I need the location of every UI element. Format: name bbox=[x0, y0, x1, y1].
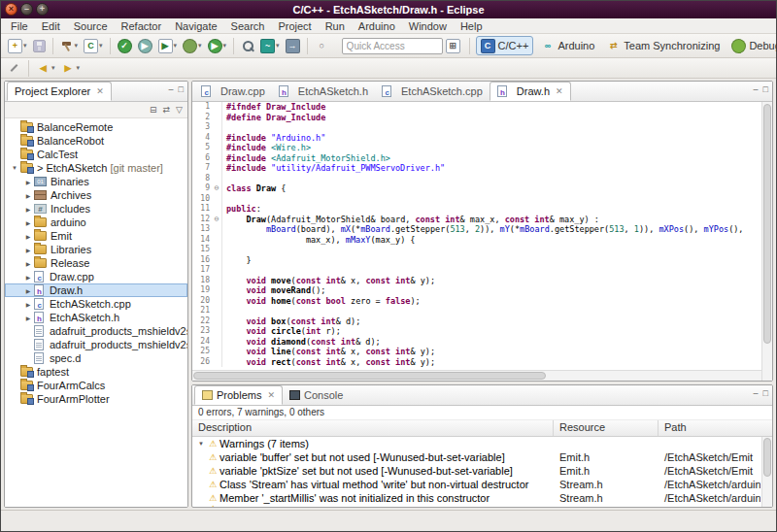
menu-window[interactable]: Window bbox=[402, 20, 454, 32]
problems-group-warnings[interactable]: ▼⚠Warnings (7 items) bbox=[192, 437, 760, 450]
back-button[interactable]: ◀▾ bbox=[34, 58, 57, 78]
minimize-problems-icon[interactable]: – bbox=[754, 389, 759, 398]
tree-item-fourarmplotter[interactable]: FourArmPlotter bbox=[5, 392, 187, 406]
save-button[interactable] bbox=[31, 36, 48, 55]
tree-item-fourarmcalcs[interactable]: FourArmCalcs bbox=[5, 379, 187, 392]
open-element-button[interactable]: ○ bbox=[313, 36, 331, 55]
perspective-team-synchronizing[interactable]: ⇄Team Synchronizing bbox=[601, 36, 725, 55]
column-header-description[interactable]: Description bbox=[192, 420, 554, 436]
collapse-all-icon[interactable]: ⊟ bbox=[150, 106, 157, 115]
maximize-problems-icon[interactable]: □ bbox=[763, 389, 768, 398]
fold-marker-icon[interactable]: ⊖ bbox=[212, 183, 222, 194]
tab-console[interactable]: Console bbox=[283, 385, 350, 405]
tree-item-calctest[interactable]: CalcTest bbox=[5, 148, 187, 161]
menu-run[interactable]: Run bbox=[319, 20, 352, 32]
problem-row[interactable]: ⚠variable 'pktSize' set but not used [-W… bbox=[192, 464, 760, 478]
resume-button[interactable]: ▶ bbox=[136, 36, 154, 55]
problems-vertical-scrollbar[interactable] bbox=[761, 437, 772, 507]
menu-project[interactable]: Project bbox=[271, 20, 318, 32]
tree-item-balancerobot[interactable]: BalanceRobot bbox=[5, 134, 187, 148]
back-dropdown-icon[interactable]: ▾ bbox=[51, 64, 55, 72]
minimize-window-button[interactable]: – bbox=[20, 3, 33, 16]
menu-arduino[interactable]: Arduino bbox=[352, 20, 402, 32]
editor-vertical-scrollbar[interactable] bbox=[761, 102, 772, 381]
quick-access-input[interactable] bbox=[342, 38, 443, 54]
menu-refactor[interactable]: Refactor bbox=[115, 20, 169, 32]
serial-plotter-button[interactable]: ~▾ bbox=[258, 36, 282, 55]
serial-plotter-dropdown-icon[interactable]: ▾ bbox=[276, 42, 280, 50]
problem-row[interactable]: ⚠Member '_startMillis' was not initializ… bbox=[192, 491, 760, 505]
maximize-editor-icon[interactable]: □ bbox=[763, 85, 768, 94]
column-header-resource[interactable]: Resource bbox=[554, 420, 659, 436]
tab-problems[interactable]: Problems✕ bbox=[194, 385, 283, 405]
expanded-arrow-icon[interactable]: ▼ bbox=[196, 441, 206, 447]
new-button[interactable]: +▾ bbox=[6, 36, 29, 55]
close-tab-icon[interactable]: ✕ bbox=[556, 86, 563, 96]
new-dropdown-icon[interactable]: ▾ bbox=[23, 42, 27, 50]
run-dropdown-icon[interactable]: ▾ bbox=[223, 42, 227, 50]
editor-tab-draw-cpp[interactable]: Draw.cpp bbox=[194, 82, 272, 101]
tree-item-adafruit-products-mshieldv2schem-p[interactable]: adafruit_products_mshieldv2schem.p bbox=[5, 324, 187, 338]
open-perspective-button[interactable]: ⊞ bbox=[444, 36, 462, 55]
fold-marker-icon[interactable]: ⊖ bbox=[212, 215, 222, 225]
menu-navigate[interactable]: Navigate bbox=[168, 20, 223, 32]
tab-project-explorer[interactable]: Project Explorer ✕ bbox=[7, 82, 112, 101]
collapsed-arrow-icon[interactable]: ▶ bbox=[22, 179, 34, 185]
last-edit-location-button[interactable] bbox=[6, 58, 23, 78]
vscrollbar-thumb[interactable] bbox=[763, 104, 771, 344]
collapsed-arrow-icon[interactable]: ▶ bbox=[22, 192, 34, 199]
collapsed-arrow-icon[interactable]: ▶ bbox=[22, 287, 34, 294]
external-tools-button[interactable]: ▶▾ bbox=[156, 36, 180, 55]
problem-row[interactable]: ⚠Class 'Stream' has virtual method 'writ… bbox=[192, 478, 760, 491]
close-project-explorer-icon[interactable]: ✕ bbox=[96, 86, 104, 96]
tree-item-arduino[interactable]: ▶arduino bbox=[5, 216, 187, 229]
editor-tab-draw-h[interactable]: Draw.h✕ bbox=[490, 82, 571, 101]
tree-item-adafruit-products-mshieldv2schem-x[interactable]: adafruit_products_mshieldv2schem.x bbox=[5, 338, 187, 351]
collapsed-arrow-icon[interactable]: ▶ bbox=[22, 274, 34, 281]
collapsed-arrow-icon[interactable]: ▶ bbox=[22, 315, 34, 321]
menu-file[interactable]: File bbox=[4, 20, 35, 32]
collapsed-arrow-icon[interactable]: ▶ bbox=[22, 206, 34, 213]
tree-item-archives[interactable]: ▶Archives bbox=[5, 188, 187, 202]
verify-button[interactable]: ✓ bbox=[116, 36, 134, 55]
tree-item-etchasketch-h[interactable]: ▶EtchASketch.h bbox=[5, 311, 187, 324]
tree-item-binaries[interactable]: ▶Binaries bbox=[5, 175, 187, 188]
problem-row[interactable]: ⚠ bbox=[192, 505, 760, 507]
search-button[interactable] bbox=[239, 36, 256, 55]
tree-item-spec-d[interactable]: spec.d bbox=[5, 351, 187, 365]
problem-row[interactable]: ⚠variable 'buffer' set but not used [-Wu… bbox=[192, 450, 760, 464]
forward-button[interactable]: ▶▾ bbox=[59, 58, 83, 78]
perspective-c-c[interactable]: CC/C++ bbox=[476, 36, 534, 55]
new-class-dropdown-icon[interactable]: ▾ bbox=[99, 42, 103, 50]
tree-item-etchasketch[interactable]: ▼> EtchASketch[git master] bbox=[5, 161, 187, 175]
link-with-editor-icon[interactable]: ⇄ bbox=[163, 106, 171, 115]
forward-dropdown-icon[interactable]: ▾ bbox=[77, 64, 81, 72]
problems-vscrollbar-thumb[interactable] bbox=[763, 438, 771, 477]
code-text-area[interactable]: 1#ifndef Draw_Include2#define Draw_Inclu… bbox=[192, 102, 761, 370]
tree-item-draw-h[interactable]: ▶Draw.h bbox=[5, 283, 187, 297]
close-view-icon[interactable]: ✕ bbox=[267, 390, 275, 400]
editor-tab-etchasketch-h[interactable]: EtchASketch.h bbox=[272, 82, 375, 101]
tree-item-release[interactable]: ▶Release bbox=[5, 256, 187, 270]
tree-item-libraries[interactable]: ▶Libraries bbox=[5, 243, 187, 256]
menu-search[interactable]: Search bbox=[224, 20, 272, 32]
collapsed-arrow-icon[interactable]: ▶ bbox=[22, 247, 34, 253]
perspective-arduino[interactable]: ∞Arduino bbox=[535, 36, 599, 55]
debug-button[interactable]: ▾ bbox=[181, 36, 204, 55]
external-tools-dropdown-icon[interactable]: ▾ bbox=[174, 42, 178, 50]
collapsed-arrow-icon[interactable]: ▶ bbox=[22, 301, 34, 308]
expanded-arrow-icon[interactable]: ▼ bbox=[9, 165, 20, 171]
collapsed-arrow-icon[interactable]: ▶ bbox=[22, 233, 34, 240]
build-dropdown-icon[interactable]: ▾ bbox=[75, 42, 79, 50]
collapsed-arrow-icon[interactable]: ▶ bbox=[22, 219, 34, 226]
close-window-button[interactable]: × bbox=[5, 3, 17, 16]
editor-tab-etchasketch-cpp[interactable]: EtchASketch.cpp bbox=[375, 82, 490, 101]
upload-button[interactable]: → bbox=[284, 36, 302, 55]
column-header-path[interactable]: Path bbox=[659, 420, 772, 436]
run-button[interactable]: ▶▾ bbox=[206, 36, 229, 55]
tree-item-emit[interactable]: ▶Emit bbox=[5, 229, 187, 243]
menu-edit[interactable]: Edit bbox=[35, 20, 67, 32]
menu-source[interactable]: Source bbox=[67, 20, 115, 32]
hscrollbar-thumb[interactable] bbox=[193, 372, 546, 380]
tree-item-includes[interactable]: ▶Includes bbox=[5, 202, 187, 216]
